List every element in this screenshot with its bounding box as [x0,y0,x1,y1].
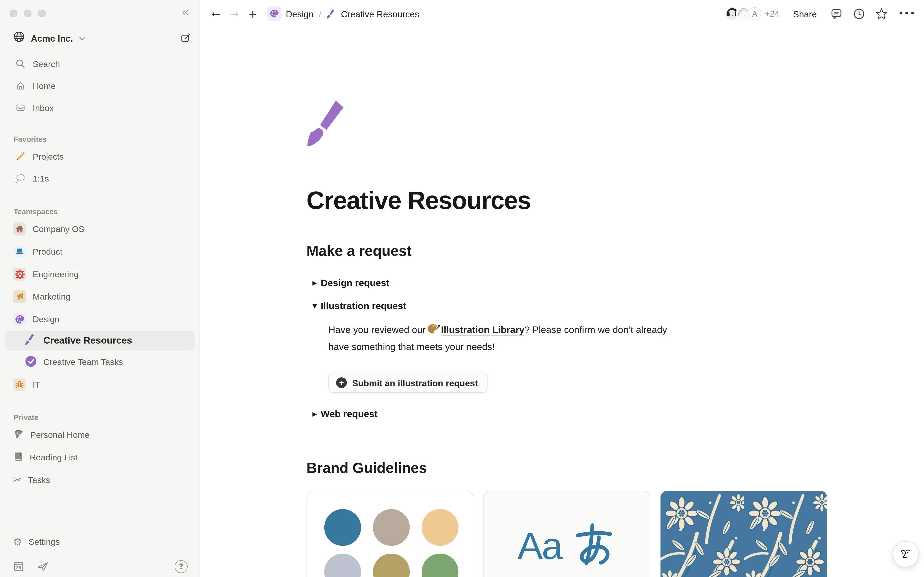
help-icon[interactable]: ? [175,560,188,573]
breadcrumb: Design / Creative Resources [267,6,419,21]
toggle-web-request[interactable]: ▶ Web request [306,403,924,425]
paintbrush-icon [327,9,337,19]
chevron-down-icon [79,33,86,43]
sidebar-item-it[interactable]: IT [0,373,199,396]
brand-cards: Aa [306,491,924,577]
sidebar-item-label: Settings [29,537,60,546]
new-page-icon[interactable]: + [246,8,260,20]
typography-latin-sample: Aa [518,524,562,568]
color-palette-card[interactable] [306,491,473,577]
sidebar-item-home[interactable]: Home [0,75,199,97]
home-icon [14,80,26,92]
inbox-icon [14,102,26,113]
sidebar-item-label: 1:1s [33,174,49,183]
sidebar-item-label: Reading List [30,453,78,462]
sidebar-item-label: Product [33,247,62,256]
minimize-button[interactable] [24,10,32,17]
sidebar-item-design[interactable]: Design [0,308,199,330]
forward-icon[interactable]: → [227,8,242,20]
more-options-icon[interactable]: ••• [898,8,916,19]
sidebar-item-personal-home[interactable]: Personal Home [0,424,199,446]
sidebar-item-engineering[interactable]: Engineering [0,263,199,285]
workspace-name: Acme Inc. [31,33,73,43]
calendar-icon[interactable]: 28 [12,559,26,573]
window-controls [10,10,46,17]
sidebar-collapse-icon[interactable]: « [178,3,192,20]
sidebar-item-search[interactable]: Search [0,53,199,75]
book-icon [13,451,23,463]
notion-ai-button[interactable] [892,541,919,567]
sidebar-item-label: Creative Team Tasks [43,357,123,367]
sidebar-item-label: Home [33,81,56,90]
sidebar-item-creative-resources[interactable]: Creative Resources [5,330,195,351]
sidebar-item-settings[interactable]: ⚙ Settings [0,530,199,553]
pizza-icon [13,429,24,441]
toggle-open-icon[interactable]: ▼ [306,303,320,309]
check-circle-icon [25,355,37,369]
color-swatch [422,554,459,577]
teamspaces-section-title: Teamspaces [0,206,199,218]
breadcrumb-separator: / [319,9,321,19]
sidebar-item-reading-list[interactable]: Reading List [0,446,199,469]
megaphone-icon [13,290,26,303]
sidebar-item-label: Company OS [33,224,84,234]
submit-illustration-request-button[interactable]: + Submit an illustration request [328,373,488,393]
scissors-icon: ✂ [13,474,21,486]
page-icon-paintbrush[interactable] [306,100,354,147]
sidebar-item-label: Personal Home [30,430,90,440]
sidebar: « Acme Inc. [0,0,200,577]
sidebar-item-label: Tasks [28,475,50,485]
close-button[interactable] [10,10,17,17]
toggle-illustration-request[interactable]: ▼ Illustration request [306,295,924,318]
favorite-star-icon[interactable] [876,8,888,20]
zoom-button[interactable] [38,10,46,17]
house-icon [13,222,26,235]
typography-card[interactable]: Aa [483,491,650,577]
color-swatch [325,509,361,546]
ai-face-icon [898,546,913,562]
search-icon [14,58,26,70]
breadcrumb-design-item[interactable] [267,6,281,21]
sidebar-item-inbox[interactable]: Inbox [0,97,199,119]
sidebar-item-product[interactable]: Product [0,240,199,263]
bug-icon [13,378,26,391]
sidebar-item-1-1s[interactable]: 1:1s [0,167,199,189]
pattern-card[interactable] [660,491,827,577]
page-title: Creative Resources [306,186,924,215]
sidebar-item-tasks[interactable]: ✂ Tasks [0,469,199,492]
compose-icon[interactable] [180,32,191,44]
avatar-group[interactable]: A +24 [724,6,779,21]
paper-plane-icon[interactable] [36,560,49,573]
toggle-closed-icon[interactable]: ▶ [306,280,320,286]
gear-icon: ⚙ [13,536,22,548]
private-section-title: Private [0,412,199,424]
globe-icon [13,31,25,45]
palette-purple-icon [13,313,26,326]
gear-red-icon [13,268,26,280]
comments-icon[interactable] [830,8,843,20]
share-button[interactable]: Share [790,8,820,19]
palette-emoji-icon: ↗ [427,323,439,334]
color-swatch [325,554,361,577]
sidebar-item-label: Engineering [33,269,79,279]
toggle-design-request[interactable]: ▶ Design request [306,271,924,295]
app-window: « Acme Inc. [0,0,924,577]
breadcrumb-current-label[interactable]: Creative Resources [341,9,419,19]
color-swatch [373,509,410,546]
laptop-icon [13,245,26,258]
sidebar-item-label: Creative Resources [43,335,132,346]
illustration-library-link[interactable]: Illustration Library [441,325,525,336]
toggle-closed-icon[interactable]: ▶ [306,411,320,417]
breadcrumb-parent-label[interactable]: Design [286,9,313,19]
workspace-switcher[interactable]: Acme Inc. [0,27,199,49]
history-clock-icon[interactable] [853,8,866,20]
sidebar-item-label: Projects [33,152,64,161]
paintbrush-icon [25,334,37,348]
make-request-heading: Make a request [306,243,924,259]
sidebar-item-creative-team-tasks[interactable]: Creative Team Tasks [0,351,199,373]
topbar: ← → + Design / [200,0,924,27]
sidebar-item-company-os[interactable]: Company OS [0,218,199,240]
sidebar-item-projects[interactable]: Projects [0,145,199,167]
back-icon[interactable]: ← [208,8,223,20]
sidebar-item-marketing[interactable]: Marketing [0,285,199,308]
